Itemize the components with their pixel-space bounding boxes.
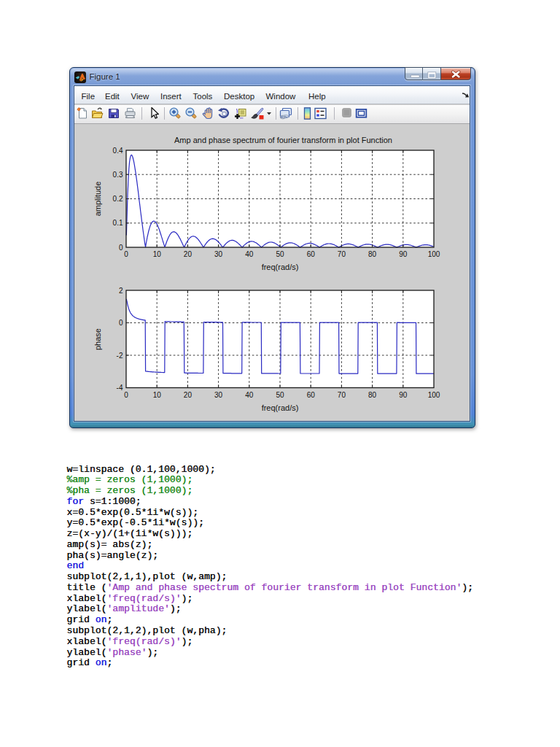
svg-text:-2: -2: [117, 352, 123, 360]
svg-text:60: 60: [307, 250, 316, 258]
svg-text:0: 0: [119, 319, 123, 327]
svg-text:80: 80: [368, 391, 377, 399]
svg-text:0: 0: [124, 391, 128, 399]
svg-text:100: 100: [428, 391, 440, 399]
svg-text:amplitude: amplitude: [93, 182, 102, 217]
svg-text:50: 50: [276, 250, 284, 258]
svg-text:freq(rad/s): freq(rad/s): [262, 263, 299, 271]
svg-text:30: 30: [214, 391, 223, 399]
svg-text:90: 90: [399, 250, 408, 258]
svg-text:0.1: 0.1: [113, 219, 123, 227]
svg-text:20: 20: [184, 250, 192, 258]
svg-text:90: 90: [399, 391, 408, 399]
svg-text:2: 2: [119, 287, 123, 295]
svg-text:0: 0: [124, 250, 128, 258]
svg-text:Amp and phase spectrum of four: Amp and phase spectrum of fourier transf…: [174, 136, 392, 144]
svg-text:70: 70: [338, 250, 346, 258]
svg-text:30: 30: [214, 250, 223, 258]
svg-text:60: 60: [307, 391, 316, 399]
svg-text:10: 10: [153, 391, 162, 399]
svg-text:80: 80: [368, 250, 377, 258]
svg-text:70: 70: [338, 391, 346, 399]
svg-text:20: 20: [184, 391, 192, 399]
svg-text:-4: -4: [117, 384, 123, 392]
svg-text:0.2: 0.2: [113, 195, 123, 203]
svg-text:100: 100: [428, 250, 440, 258]
svg-text:0: 0: [119, 244, 123, 252]
svg-text:freq(rad/s): freq(rad/s): [262, 403, 299, 412]
svg-text:0.3: 0.3: [113, 171, 123, 179]
svg-text:40: 40: [245, 391, 254, 399]
svg-text:phase: phase: [93, 328, 102, 350]
svg-text:40: 40: [245, 250, 254, 258]
svg-text:10: 10: [153, 250, 162, 258]
svg-text:50: 50: [276, 391, 284, 399]
svg-text:0.4: 0.4: [113, 147, 123, 155]
